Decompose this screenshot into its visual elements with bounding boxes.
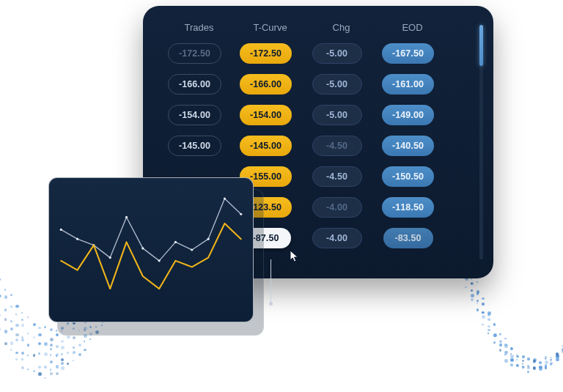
line-chart <box>49 178 253 322</box>
cell-tcurve[interactable]: -154.00 <box>240 105 292 125</box>
table-row: -166.00 -166.00 -5.00 -161.00 <box>162 74 441 95</box>
svg-point-10 <box>224 197 226 199</box>
callout-line <box>271 259 271 303</box>
cell-chg[interactable]: -4.00 <box>312 228 362 248</box>
cell-trades[interactable]: -145.00 <box>168 136 221 156</box>
table-row: -154.00 -154.00 -5.00 -149.00 <box>162 105 441 125</box>
cell-chg[interactable]: -5.00 <box>312 74 362 95</box>
table-row: -145.00 -145.00 -4.50 -140.50 <box>162 136 441 156</box>
cell-chg[interactable]: -4.00 <box>312 197 362 218</box>
svg-point-11 <box>240 213 242 215</box>
cell-chg[interactable]: -5.00 <box>312 43 362 64</box>
cursor-icon <box>290 250 300 263</box>
cell-eod[interactable]: -150.50 <box>382 166 434 187</box>
svg-point-9 <box>207 238 210 240</box>
cell-trades[interactable]: -154.00 <box>168 105 221 125</box>
scrollbar-track[interactable] <box>479 25 483 259</box>
svg-point-4 <box>125 216 128 218</box>
cell-tcurve[interactable]: -166.00 <box>240 74 292 95</box>
header-tcurve: T-Curve <box>238 22 303 33</box>
cell-eod[interactable]: -161.00 <box>382 74 434 95</box>
cell-tcurve[interactable]: -172.50 <box>240 43 292 64</box>
svg-point-0 <box>60 229 62 231</box>
table-row: -172.50 -172.50 -5.00 -167.50 <box>162 43 441 64</box>
svg-point-1 <box>76 238 78 240</box>
cell-trades[interactable]: -166.00 <box>168 74 221 95</box>
cell-chg[interactable]: -4.50 <box>312 136 362 156</box>
scrollbar-thumb[interactable] <box>479 25 483 66</box>
chart-card <box>48 177 254 322</box>
header-trades: Trades <box>166 22 232 33</box>
svg-point-8 <box>191 248 193 251</box>
svg-point-3 <box>109 256 111 259</box>
svg-point-6 <box>158 259 161 262</box>
cell-eod[interactable]: -83.50 <box>383 228 433 248</box>
svg-point-5 <box>141 247 144 249</box>
chart-area <box>48 177 254 322</box>
header-eod: EOD <box>380 22 445 33</box>
cell-eod[interactable]: -140.50 <box>382 136 434 156</box>
cell-eod[interactable]: -149.00 <box>382 105 434 125</box>
cell-chg[interactable]: -4.50 <box>312 166 362 187</box>
svg-point-7 <box>174 241 177 243</box>
cell-trades[interactable]: -172.50 <box>168 43 221 64</box>
cell-tcurve[interactable]: -145.00 <box>240 136 292 156</box>
table-headers: Trades T-Curve Chg EOD <box>162 22 449 43</box>
header-chg: Chg <box>309 22 374 33</box>
cell-eod[interactable]: -167.50 <box>382 43 434 64</box>
cell-chg[interactable]: -5.00 <box>312 105 362 125</box>
cell-eod[interactable]: -118.50 <box>382 197 434 218</box>
